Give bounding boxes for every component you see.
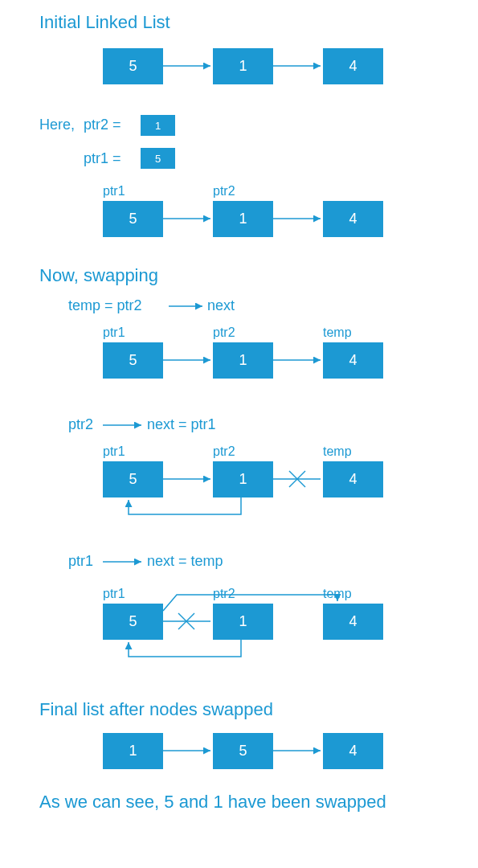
label-row5-temp: temp bbox=[323, 587, 352, 601]
mini-node-ptr2: 1 bbox=[141, 115, 175, 136]
node-row1-a: 5 bbox=[103, 48, 163, 84]
node-row6-b: 5 bbox=[213, 733, 273, 769]
label-row3-ptr1: ptr1 bbox=[103, 326, 125, 340]
x-mark-row5-b bbox=[178, 613, 194, 629]
node-row5-b: 1 bbox=[213, 604, 273, 640]
label-ptr2-eq: ptr2 = bbox=[84, 117, 121, 133]
label-row5-ptr2: ptr2 bbox=[213, 587, 235, 601]
node-row3-b: 1 bbox=[213, 342, 273, 379]
x-mark-row4-a bbox=[289, 471, 305, 487]
heading-swapping: Now, swapping bbox=[39, 265, 158, 286]
mini-node-ptr1: 5 bbox=[141, 148, 175, 169]
x-mark-row5-a bbox=[178, 613, 194, 629]
label-row4-ptr2: ptr2 bbox=[213, 444, 235, 459]
label-step3-rhs: next = temp bbox=[147, 553, 223, 570]
label-row2-ptr2: ptr2 bbox=[213, 184, 235, 199]
node-row6-c: 4 bbox=[323, 733, 383, 769]
node-row2-a: 5 bbox=[103, 201, 163, 237]
node-row1-b: 1 bbox=[213, 48, 273, 84]
label-row2-ptr1: ptr1 bbox=[103, 184, 125, 199]
node-row3-a: 5 bbox=[103, 342, 163, 379]
arrow-row5-loopback bbox=[129, 640, 241, 657]
label-step1-lhs: temp = ptr2 bbox=[68, 297, 142, 314]
label-row5-ptr1: ptr1 bbox=[103, 587, 125, 601]
node-row4-b: 1 bbox=[213, 461, 273, 497]
node-row1-c: 4 bbox=[323, 48, 383, 84]
label-ptr1-eq: ptr1 = bbox=[84, 150, 121, 167]
label-row3-ptr2: ptr2 bbox=[213, 326, 235, 340]
arrow-row4-loopback bbox=[129, 497, 241, 514]
node-row2-c: 4 bbox=[323, 201, 383, 237]
node-row4-c: 4 bbox=[323, 461, 383, 497]
heading-conclusion: As we can see, 5 and 1 have been swapped bbox=[39, 792, 386, 813]
label-row3-temp: temp bbox=[323, 326, 352, 340]
node-row6-a: 1 bbox=[103, 733, 163, 769]
label-step2-lhs: ptr2 bbox=[68, 416, 93, 433]
label-step3-lhs: ptr1 bbox=[68, 553, 93, 570]
label-row4-ptr1: ptr1 bbox=[103, 444, 125, 459]
node-row5-a: 5 bbox=[103, 604, 163, 640]
node-row3-c: 4 bbox=[323, 342, 383, 379]
heading-initial: Initial Linked List bbox=[39, 12, 170, 33]
heading-final: Final list after nodes swapped bbox=[39, 699, 273, 720]
label-here: Here, bbox=[39, 117, 75, 133]
node-row5-c: 4 bbox=[323, 604, 383, 640]
label-step2-rhs: next = ptr1 bbox=[147, 416, 216, 433]
x-mark-row4-b bbox=[289, 471, 305, 487]
node-row2-b: 1 bbox=[213, 201, 273, 237]
label-step1-next: next bbox=[207, 297, 235, 314]
node-row4-a: 5 bbox=[103, 461, 163, 497]
label-row4-temp: temp bbox=[323, 444, 352, 459]
